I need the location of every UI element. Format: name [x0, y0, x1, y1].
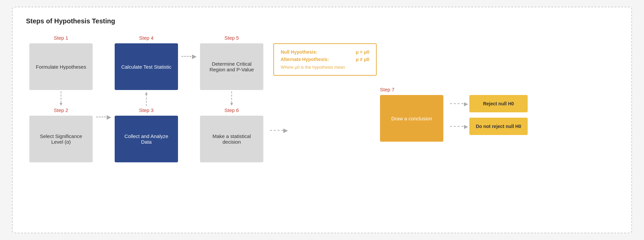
step4-box: Calculate Test Statistic: [115, 43, 178, 90]
step7-label: Step 7: [380, 87, 443, 92]
step2-box: Select Significance Level (α): [29, 116, 93, 162]
step1-text: Formulate Hypotheses: [36, 64, 86, 70]
arrow-right-icon-reject: ▶: [464, 101, 468, 107]
column-3: Step 5 Determine Critical Region and P-V…: [197, 35, 267, 162]
do-not-reject-branch: ▶ Do not reject null H0: [450, 118, 528, 135]
step2-text: Select Significance Level (α): [33, 133, 89, 145]
main-layout: Step 1 Formulate Hypotheses ▼ Step 2 Sel…: [26, 35, 618, 162]
arrow-down-icon-2: ▼: [229, 102, 234, 106]
arrow-right-icon-3: ▶: [283, 127, 288, 133]
arrow-down-icon: ▼: [59, 102, 63, 106]
reject-arrow: ▶: [450, 101, 468, 107]
step6-box: Make a statistical decision: [200, 116, 263, 162]
column-1: Step 1 Formulate Hypotheses ▼ Step 2 Sel…: [26, 35, 96, 162]
step5-label: Step 5: [224, 35, 239, 41]
alt-hypothesis-label: Alternate Hypothesis:: [281, 57, 329, 62]
hypothesis-note: Where μ0 is the hypothesis mean: [281, 65, 369, 70]
h-arrow-2: ▶: [181, 35, 197, 142]
column-4: Step 7 Draw a conclusion: [377, 35, 447, 142]
step4-label: Step 4: [139, 35, 153, 41]
arrow-step5-to-step6: ▼: [229, 91, 234, 106]
diagram-container: Steps of Hypothesis Testing Step 1 Formu…: [12, 7, 632, 233]
do-not-reject-outcome-box: Do not reject null H0: [469, 118, 528, 135]
step6-text: Make a statistical decision: [204, 133, 259, 145]
h-arrow-1: ▶: [96, 35, 111, 142]
column-hyp-and-arrow: Null Hypothesis: μ = μ0 Alternate Hypoth…: [267, 35, 377, 133]
h-arrow-step6-to-step7: ▶: [270, 127, 288, 133]
arrow-step1-to-step2: ▼: [59, 91, 63, 106]
outcomes-section: ▶ Reject null H0 ▶ Do not reject null H0: [447, 35, 528, 135]
null-hypothesis-value: μ = μ0: [356, 49, 369, 55]
step6-label: Step 6: [224, 107, 239, 113]
step1-box: Formulate Hypotheses: [29, 43, 93, 90]
step1-label: Step 1: [54, 35, 68, 41]
reject-outcome-text: Reject null H0: [483, 101, 514, 106]
do-not-reject-arrow: ▶: [450, 123, 468, 130]
hypothesis-box: Null Hypothesis: μ = μ0 Alternate Hypoth…: [273, 43, 377, 76]
step4-text: Calculate Test Statistic: [121, 64, 172, 70]
arrow-step3-to-step4: ▲: [144, 91, 149, 106]
column-2: Step 4 Calculate Test Statistic ▲ Step 3…: [111, 35, 181, 162]
do-not-reject-outcome-text: Do not reject null H0: [476, 124, 521, 129]
arrow-right-icon-2: ▶: [192, 53, 197, 59]
step5-text: Determine Critical Region and P-Value: [204, 61, 259, 72]
alt-hypothesis-line: Alternate Hypothesis: μ ≠ μ0: [281, 57, 369, 62]
null-hypothesis-label: Null Hypothesis:: [281, 49, 317, 55]
null-hypothesis-line: Null Hypothesis: μ = μ0: [281, 49, 369, 55]
diagram-title: Steps of Hypothesis Testing: [26, 17, 618, 25]
arrow-right-icon-do-not-reject: ▶: [464, 123, 468, 130]
h-arrow-step4-to-step5: ▶: [181, 47, 197, 59]
reject-branch: ▶ Reject null H0: [450, 95, 528, 112]
step7-box: Draw a conclusion: [380, 95, 443, 142]
alt-hypothesis-value: μ ≠ μ0: [356, 57, 369, 62]
arrow-right-icon: ▶: [107, 114, 111, 120]
h-arrow-step2-to-step3: ▶: [96, 107, 111, 120]
step3-box: Collect and Analyze Data: [115, 116, 178, 162]
step3-label: Step 3: [139, 107, 153, 113]
step2-label: Step 2: [54, 107, 68, 113]
step7-text: Draw a conclusion: [391, 116, 432, 121]
reject-outcome-box: Reject null H0: [469, 95, 528, 112]
step5-box: Determine Critical Region and P-Value: [200, 43, 263, 90]
step3-text: Collect and Analyze Data: [119, 133, 174, 145]
